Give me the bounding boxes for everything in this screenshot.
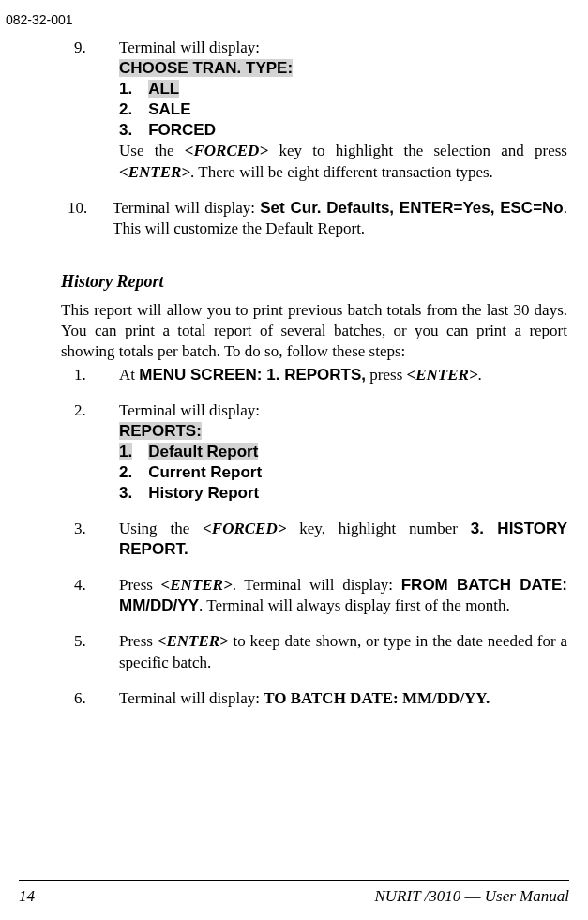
step-9-text1: Use the [119, 142, 185, 159]
history-step-1-body: At MENU SCREEN: 1. REPORTS, press <ENTER… [119, 365, 567, 385]
section-heading-history-report: History Report [61, 271, 567, 293]
h5-enter-key: <ENTER> [158, 632, 229, 650]
footer-title-prefix: NURIT /3010 [375, 887, 465, 905]
history-step-1: 1. At MENU SCREEN: 1. REPORTS, press <EN… [61, 365, 567, 385]
footer-title-suffix: User Manual [481, 887, 569, 905]
history-step-4: 4. Press <ENTER>. Terminal will display:… [61, 575, 567, 616]
step-9-opt2: SALE [148, 100, 190, 118]
history-step-2: 2. Terminal will display: REPORTS: 1. De… [61, 400, 567, 504]
h4-t2: . Terminal will display: [233, 576, 401, 594]
page-number: 14 [19, 886, 35, 907]
h6-bold: TO BATCH DATE: MM/DD/YY. [264, 689, 490, 707]
step-9: 9. Terminal will display: CHOOSE TRAN. T… [61, 38, 567, 183]
step-10-body: Terminal will display: Set Cur. Defaults… [113, 198, 567, 239]
history-step-4-body: Press <ENTER>. Terminal will display: FR… [119, 575, 567, 616]
history-step-3-number: 3. [61, 519, 119, 560]
h1-enter-key: <ENTER> [407, 366, 478, 384]
history-intro-paragraph: This report will allow you to print prev… [61, 300, 567, 362]
h2-opt1-num: 1. [119, 443, 132, 460]
step-9-enter-key: <ENTER> [119, 163, 190, 181]
h2-opt3-num: 3. [119, 484, 132, 502]
history-step-5-number: 5. [61, 631, 119, 672]
step-9-number: 9. [61, 38, 119, 183]
h1-t2: press [366, 366, 406, 384]
h1-t1: At [119, 366, 139, 384]
h3-t2: key, highlight number [286, 520, 470, 537]
page-footer: 14 NURIT /3010 — User Manual [19, 880, 569, 907]
history-step-3: 3. Using the <FORCED> key, highlight num… [61, 519, 567, 560]
step-9-opt3: FORCED [148, 121, 216, 139]
history-step-2-number: 2. [61, 400, 119, 504]
h2-opt2-num: 2. [119, 463, 132, 481]
history-step-5-body: Press <ENTER> to keep date shown, or typ… [119, 631, 567, 672]
history-step-6: 6. Terminal will display: TO BATCH DATE:… [61, 688, 567, 709]
step-10: 10. Terminal will display: Set Cur. Defa… [61, 198, 567, 239]
history-step-5: 5. Press <ENTER> to keep date shown, or … [61, 631, 567, 672]
footer-emdash: — [465, 887, 481, 905]
history-step-4-number: 4. [61, 575, 119, 616]
history-step-6-number: 6. [61, 688, 119, 709]
step-9-opt2-num: 2. [119, 100, 132, 118]
history-step-2-body: Terminal will display: REPORTS: 1. Defau… [119, 400, 567, 504]
step-9-opt3-num: 3. [119, 121, 132, 139]
history-step-3-body: Using the <FORCED> key, highlight number… [119, 519, 567, 560]
h4-t3: . Terminal will always display first of … [199, 596, 510, 614]
h2-opt3: History Report [148, 484, 259, 502]
step-10-bold: Set Cur. Defaults, ENTER=Yes, ESC=No [260, 199, 563, 217]
step-9-opt1-num: 1. [119, 80, 132, 98]
h1-t3: . [478, 366, 482, 384]
page-content: 9. Terminal will display: CHOOSE TRAN. T… [61, 38, 567, 724]
h2-opt1: Default Report [148, 443, 258, 460]
step-9-text2: key to highlight the selection and press [268, 142, 567, 159]
step-9-opt1: ALL [148, 80, 179, 98]
history-step-1-number: 1. [61, 365, 119, 385]
doc-id-header: 082-32-001 [6, 11, 73, 28]
h3-forced-key: <FORCED> [203, 520, 286, 537]
step-10-text1: Terminal will display: [113, 199, 260, 217]
h3-t1: Using the [119, 520, 203, 537]
h2-opt2: Current Report [148, 463, 262, 481]
h2-intro: Terminal will display: [119, 401, 260, 419]
step-9-body: Terminal will display: CHOOSE TRAN. TYPE… [119, 38, 567, 183]
h5-t1: Press [119, 632, 158, 650]
h1-bold: MENU SCREEN: 1. REPORTS, [139, 366, 366, 384]
step-9-text3: . There will be eight different transact… [190, 163, 493, 181]
h4-enter-key: <ENTER> [161, 576, 233, 594]
h2-title: REPORTS: [119, 422, 202, 440]
step-9-title: CHOOSE TRAN. TYPE: [119, 59, 293, 77]
h6-t1: Terminal will display: [119, 689, 264, 707]
h4-t1: Press [119, 576, 161, 594]
step-10-number: 10. [61, 198, 113, 239]
step-9-forced-key: <FORCED> [185, 142, 268, 159]
history-step-6-body: Terminal will display: TO BATCH DATE: MM… [119, 688, 567, 709]
step-9-intro: Terminal will display: [119, 38, 260, 56]
footer-title: NURIT /3010 — User Manual [375, 886, 570, 907]
